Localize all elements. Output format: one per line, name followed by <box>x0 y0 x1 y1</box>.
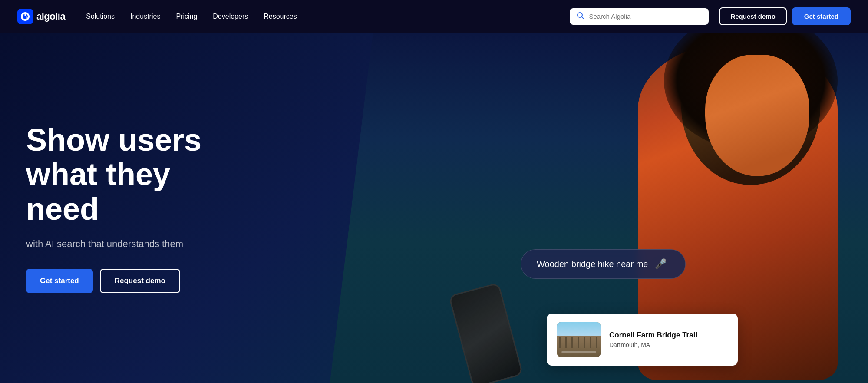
svg-rect-0 <box>17 9 33 24</box>
search-bubble-text: Wooden bridge hike near me <box>537 259 648 269</box>
nav-industries[interactable]: Industries <box>130 13 160 20</box>
nav-solutions[interactable]: Solutions <box>86 13 115 20</box>
hero-result-card: Cornell Farm Bridge Trail Dartmouth, MA <box>547 314 738 366</box>
navbar: algolia Solutions Industries Pricing Dev… <box>0 0 868 33</box>
svg-rect-2 <box>26 16 27 19</box>
nav-pricing[interactable]: Pricing <box>176 13 197 20</box>
svg-rect-1 <box>25 13 26 16</box>
hero-content: Show users what they need with AI search… <box>0 123 243 293</box>
nav-resources[interactable]: Resources <box>264 13 297 20</box>
search-input[interactable] <box>589 13 702 20</box>
hero-subtitle: with AI search that understands them <box>26 238 217 250</box>
hero-get-started-button[interactable]: Get started <box>26 269 93 293</box>
microphone-icon: 🎤 <box>655 258 667 270</box>
result-title: Cornell Farm Bridge Trail <box>609 331 727 340</box>
search-icon <box>577 12 584 21</box>
request-demo-button[interactable]: Request demo <box>719 7 786 25</box>
logo-text: algolia <box>36 11 65 22</box>
result-image-sky <box>557 322 601 336</box>
hero-search-bubble: Wooden bridge hike near me 🎤 <box>521 249 686 279</box>
result-info: Cornell Farm Bridge Trail Dartmouth, MA <box>609 331 727 348</box>
result-image <box>557 322 601 357</box>
get-started-button[interactable]: Get started <box>792 7 851 25</box>
hero-title: Show users what they need <box>26 123 217 226</box>
nav-actions: Request demo Get started <box>719 7 851 25</box>
nav-developers[interactable]: Developers <box>213 13 248 20</box>
algolia-logo-icon <box>17 9 33 24</box>
hero-buttons: Get started Request demo <box>26 269 217 293</box>
hero-section: Show users what they need with AI search… <box>0 33 868 383</box>
search-bar-container <box>570 8 709 25</box>
person-face <box>705 55 809 176</box>
result-location: Dartmouth, MA <box>609 341 727 348</box>
hero-request-demo-button[interactable]: Request demo <box>100 269 180 293</box>
result-image-fence <box>559 337 598 348</box>
nav-links: Solutions Industries Pricing Developers … <box>86 13 559 20</box>
logo[interactable]: algolia <box>17 9 65 24</box>
svg-line-4 <box>582 17 584 19</box>
